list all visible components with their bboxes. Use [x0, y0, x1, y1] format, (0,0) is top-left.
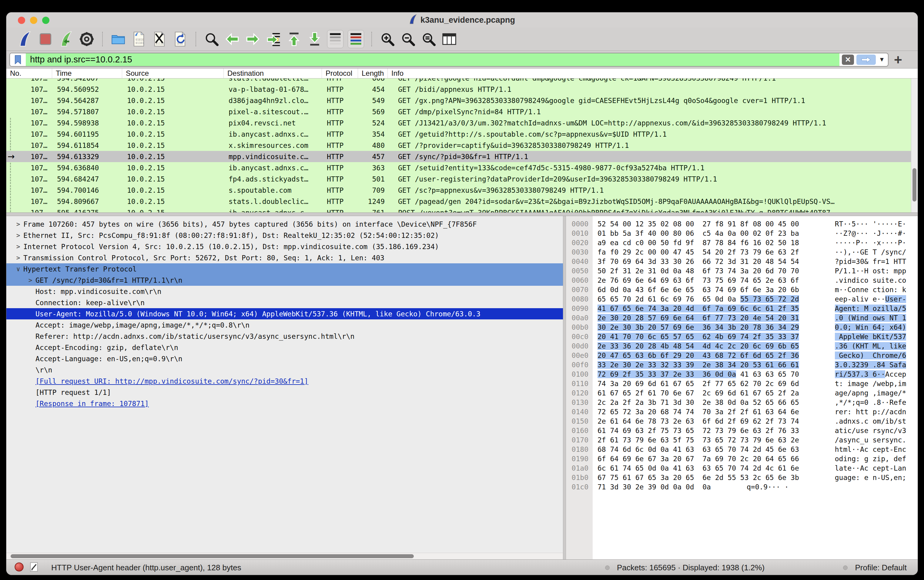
zoom-out-button[interactable] [400, 30, 416, 48]
filter-clear-button[interactable]: ✕ [842, 54, 854, 65]
hex-row[interactable]: 014072 65 72 3a 20 68 74 74 70 3a 2f 2f … [566, 407, 918, 416]
resize-columns-button[interactable] [441, 30, 457, 48]
column-header-time[interactable]: Time [52, 69, 122, 78]
hex-row[interactable]: 00f033 2e 30 2e 33 32 33 39 2e 38 34 20 … [566, 360, 918, 369]
packet-list-scrollbar-thumb[interactable] [912, 168, 916, 201]
hex-row[interactable]: 00706d 0d 0a 43 6f 6e 6e 65 63 74 69 6f … [566, 285, 918, 294]
hex-row[interactable]: 00e020 47 65 63 6b 6f 29 20 43 68 72 6f … [566, 351, 918, 360]
hex-row[interactable]: 0020a9 ea cd c0 00 50 fd 9f 87 78 84 f6 … [566, 238, 918, 247]
detail-line[interactable]: Accept-Encoding: gzip, deflate\r\n [7, 342, 563, 353]
hex-row[interactable]: 00d02e 33 36 20 28 4b 48 54 4d 4c 2c 20 … [566, 341, 918, 351]
hex-row[interactable]: 016061 74 69 63 2f 75 73 65 72 73 79 6e … [566, 426, 918, 435]
packet-row[interactable]: 107…594.70014610.0.2.15s.spoutable.comHT… [7, 185, 917, 196]
detail-line[interactable]: Connection: keep-alive\r\n [7, 297, 563, 308]
packet-row[interactable]: 107…594.63684010.0.2.15ib.anycast.adnxs.… [7, 162, 917, 173]
auto-scroll-toggle[interactable] [327, 30, 343, 48]
capture-comment-icon[interactable] [30, 562, 38, 573]
save-file-button[interactable]: 0101001101 [131, 30, 147, 48]
hex-row[interactable]: 008065 65 70 2d 61 6c 69 76 65 0d 0a 55 … [566, 294, 918, 304]
expander-closed-icon[interactable]: > [13, 243, 23, 250]
column-header-length[interactable]: Length [358, 69, 388, 78]
stop-capture-button[interactable] [37, 30, 54, 48]
column-header-source[interactable]: Source [122, 69, 224, 78]
hex-row[interactable]: 000052 54 00 12 35 02 08 00 27 f8 91 8f … [566, 219, 918, 229]
details-scrollbar-thumb[interactable] [11, 554, 414, 558]
filter-add-button[interactable]: + [894, 53, 902, 67]
hex-row[interactable]: 00a02e 30 20 28 57 69 6e 64 6f 77 73 20 … [566, 313, 918, 323]
profile-status[interactable]: Profile: Default [855, 563, 907, 572]
hex-row[interactable]: 01906f 64 69 6e 67 3a 20 67 7a 69 70 2c … [566, 454, 918, 463]
packet-row[interactable]: 107…594.60119510.0.2.15ib.anycast.adnxs.… [7, 129, 917, 140]
hex-row[interactable]: 01c071 3d 30 2e 39 0d 0a 0d 0aq=0.9··· · [566, 482, 918, 491]
hex-row[interactable]: 01702f 61 73 79 6e 63 5f 75 73 65 72 73 … [566, 435, 918, 445]
column-header-info[interactable]: Info [388, 69, 917, 78]
filter-apply-button[interactable] [856, 54, 876, 65]
hex-row[interactable]: 011074 3a 20 69 6d 61 67 65 2f 77 65 62 … [566, 379, 918, 388]
go-back-button[interactable] [224, 30, 240, 48]
expander-closed-icon[interactable]: > [13, 221, 23, 228]
close-file-button[interactable]: 01110 [151, 30, 168, 48]
filter-dropdown-caret[interactable]: ▼ [876, 56, 888, 63]
hex-row[interactable]: 001001 bb 5a 3f 40 00 80 06 c5 4a 0a 00 … [566, 229, 918, 238]
find-packet-button[interactable] [203, 30, 220, 48]
hex-row[interactable]: 00602e 76 69 6e 64 69 63 6f 73 75 69 74 … [566, 275, 918, 285]
detail-line[interactable]: >GET /sync/?pid=30&fr=1 HTTP/1.1\r\n [7, 275, 563, 286]
packet-row[interactable]: 107…594.54260710.0.2.15stats.l.doublecli… [7, 79, 917, 84]
hex-row[interactable]: 01b067 75 61 67 65 3a 20 65 6e 2d 55 53 … [566, 473, 918, 482]
hex-row[interactable]: 00b030 2e 30 3b 20 57 69 6e 36 34 3b 20 … [566, 323, 918, 332]
expander-closed-icon[interactable]: > [13, 232, 23, 239]
hex-row[interactable]: 012061 67 65 2f 61 70 6e 67 2c 69 6d 61 … [566, 388, 918, 397]
packet-row[interactable]: 107…594.56428710.0.2.15d386jaag4hn9zl.cl… [7, 95, 917, 106]
detail-line[interactable]: Host: mpp.vindicosuite.com\r\n [7, 286, 563, 297]
display-filter-input[interactable]: http and ip.src==10.0.2.15 [26, 53, 840, 66]
vertical-splitter[interactable] [563, 216, 566, 559]
details-horizontal-scrollbar[interactable] [7, 553, 563, 559]
hex-row[interactable]: 0030fa f0 29 2c 00 00 47 45 54 20 2f 73 … [566, 247, 918, 257]
packet-row[interactable]: 107…594.57180710.0.2.15pixel-a.sitescout… [7, 106, 917, 117]
detail-line[interactable]: [Full request URI: http://mpp.vindicosui… [7, 376, 563, 387]
packet-row[interactable]: 107…595.41627510.0.2.15ib.anycast.adnxs.… [7, 207, 917, 213]
detail-line[interactable]: >Internet Protocol Version 4, Src: 10.0.… [7, 241, 563, 252]
packet-row[interactable]: 107…594.56095210.0.2.15va-p-lbatag-01-67… [7, 84, 917, 95]
detail-line[interactable]: [Response in frame: 107871] [7, 398, 563, 409]
hex-row[interactable]: 018068 74 6d 6c 0d 0a 41 63 63 65 70 74 … [566, 445, 918, 454]
reload-file-button[interactable]: 1010 [172, 30, 188, 48]
capture-options-button[interactable] [79, 30, 95, 48]
detail-line[interactable]: Referer: http://acdn.adnxs.com/ib/static… [7, 331, 563, 342]
hex-row[interactable]: 01a06c 61 74 65 0d 0a 41 63 63 65 70 74 … [566, 463, 918, 473]
hex-row[interactable]: 005050 2f 31 2e 31 0d 0a 48 6f 73 74 3a … [566, 266, 918, 275]
column-header-protocol[interactable]: Protocol [322, 69, 358, 78]
zoom-in-button[interactable] [379, 30, 396, 48]
expander-closed-icon[interactable]: > [13, 254, 23, 262]
expander-open-icon[interactable]: ∨ [13, 265, 23, 273]
hex-row[interactable]: 010072 69 2f 35 33 37 2e 33 36 0d 0a 41 … [566, 369, 918, 379]
packet-row[interactable]: 107…594.68424710.0.2.15fp4.ads.stickyads… [7, 173, 917, 185]
detail-line[interactable]: \r\n [7, 364, 563, 376]
packet-row[interactable]: 107…594.61185410.0.2.15x.skimresources.c… [7, 140, 917, 151]
restart-capture-button[interactable] [58, 30, 74, 48]
detail-line[interactable]: >Frame 107260: 457 bytes on wire (3656 b… [7, 219, 563, 230]
go-to-packet-button[interactable] [265, 30, 282, 48]
packet-row[interactable]: →107…594.61332910.0.2.15mpp.vindicosuite… [7, 151, 917, 162]
detail-line[interactable]: ∨Hypertext Transfer Protocol [7, 263, 563, 275]
detail-line[interactable]: User-Agent: Mozilla/5.0 (Windows NT 10.0… [7, 308, 563, 320]
packet-list-scrollbar[interactable] [911, 79, 917, 213]
hex-row[interactable]: 00403f 70 69 64 3d 33 30 26 66 72 3d 31 … [566, 257, 918, 266]
hex-row[interactable]: 01302c 2a 2f 2a 3b 71 3d 30 2e 38 0d 0a … [566, 397, 918, 407]
horizontal-splitter[interactable] [7, 213, 917, 216]
go-last-packet-button[interactable] [307, 30, 323, 48]
column-header-no[interactable]: No. [7, 69, 52, 78]
detail-line[interactable]: >Ethernet II, Src: PcsCompu_f8:91:8f (08… [7, 230, 563, 241]
expert-info-icon[interactable] [14, 562, 24, 573]
go-first-packet-button[interactable] [286, 30, 302, 48]
detail-line[interactable]: [HTTP request 1/1] [7, 387, 563, 398]
detail-line[interactable]: Accept: image/webp,image/apng,image/*,*/… [7, 320, 563, 331]
packet-row[interactable]: 107…594.59893810.0.2.15pix04.revsci.netH… [7, 117, 917, 129]
zoom-original-button[interactable] [421, 30, 437, 48]
colorize-toggle[interactable] [348, 30, 364, 48]
hex-row[interactable]: 01502e 61 64 6e 78 73 2e 63 6f 6d 2f 69 … [566, 416, 918, 426]
packet-row[interactable]: 107…594.80966710.0.2.15stats.l.doublecli… [7, 196, 917, 207]
hex-row[interactable]: 009041 67 65 6e 74 3a 20 4d 6f 7a 69 6c … [566, 304, 918, 313]
hex-row[interactable]: 00c020 41 70 70 6c 65 57 65 62 4b 69 74 … [566, 332, 918, 341]
start-capture-button[interactable] [16, 30, 33, 48]
